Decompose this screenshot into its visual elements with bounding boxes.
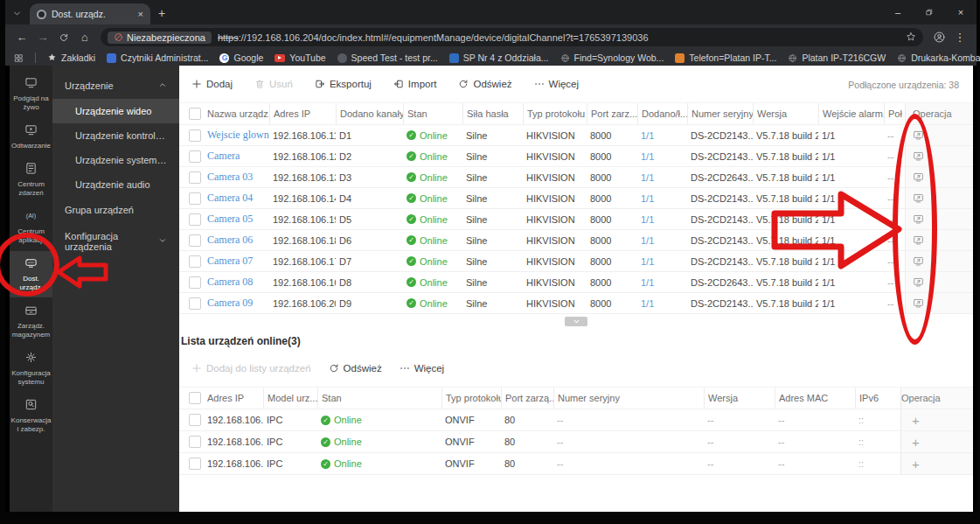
security-badge[interactable]: Niezabezpieczona: [108, 31, 212, 44]
bookmark-item[interactable]: Drukarka-Kombajn: [897, 52, 980, 63]
device-name-link[interactable]: Camera 04: [207, 192, 253, 205]
device-name-link[interactable]: Camera 07: [207, 255, 253, 268]
remote-config-icon[interactable]: [913, 150, 924, 162]
bookmark-item[interactable]: Zakładki: [47, 52, 95, 64]
browser-menu-kebab-icon[interactable]: ⋮: [949, 27, 970, 48]
row-checkbox[interactable]: [189, 255, 201, 268]
bookmark-items: ZakładkiCzytniki Administrat...GGoogleYo…: [47, 52, 980, 64]
dodaj-button[interactable]: Dodaj: [191, 79, 233, 89]
remote-config-icon[interactable]: [913, 129, 924, 141]
row-checkbox[interactable]: [189, 192, 201, 205]
add-device-button[interactable]: +: [901, 457, 920, 472]
sidebar-item-storage[interactable]: Zarządz. magazynem: [10, 298, 52, 345]
added-channels-link[interactable]: 1/1: [641, 151, 654, 162]
row-checkbox[interactable]: [189, 414, 201, 426]
cell-value: 192.168.106.12: [273, 151, 336, 162]
sidebar-item-label: Centrum aplikacji: [10, 227, 52, 245]
bookmark-item[interactable]: Telefon=Platan IP-T...: [675, 52, 776, 63]
remote-config-icon[interactable]: [913, 297, 924, 309]
submenu-item[interactable]: Urządzenie wideo: [52, 99, 179, 123]
sidebar-item-system-config[interactable]: Konfiguracja systemu: [10, 346, 52, 392]
row-checkbox[interactable]: [189, 234, 201, 247]
device-name-link[interactable]: Camera 09: [207, 297, 253, 310]
remote-config-icon[interactable]: [913, 255, 924, 267]
bookmark-item[interactable]: Platan IP-T216CGW: [788, 52, 886, 63]
bookmark-star-icon[interactable]: [900, 31, 916, 44]
device-name-link[interactable]: Camera 06: [207, 234, 253, 247]
added-channels-link[interactable]: 1/1: [641, 298, 654, 309]
submenu-item-flat[interactable]: Grupa urządzeń: [52, 197, 179, 223]
add-device-button[interactable]: +: [901, 435, 920, 450]
submenu-group-device[interactable]: Urządzenie: [52, 73, 179, 99]
remote-config-icon[interactable]: [913, 276, 924, 288]
row-checkbox[interactable]: [189, 436, 201, 448]
row-checkbox[interactable]: [189, 150, 201, 163]
row-checkbox[interactable]: [189, 171, 201, 184]
minimize-button[interactable]: –: [882, 0, 914, 24]
bookmark-item[interactable]: GGoogle: [219, 52, 263, 63]
sidebar-item-playback[interactable]: Odtwarzanie: [10, 118, 52, 156]
url-bar[interactable]: Niezabezpieczona https://192.168.106.204…: [101, 28, 923, 46]
header-label: Port zarz...: [591, 108, 637, 119]
bookmark-item[interactable]: Find=Synology Wob...: [560, 52, 664, 63]
restore-button[interactable]: [914, 0, 945, 24]
device-name-link[interactable]: Camera 08: [207, 276, 253, 289]
remote-config-icon[interactable]: [913, 192, 924, 204]
remote-config-icon[interactable]: [913, 171, 924, 183]
sidebar-item-maintenance[interactable]: Konserwacja i zabezp.: [10, 393, 52, 439]
select-all-checkbox[interactable]: [189, 108, 201, 120]
bookmarks-grid-icon[interactable]: [14, 53, 24, 63]
sidebar-item-live-view[interactable]: Podgląd na żywo: [10, 71, 52, 117]
sidebar-item-event-center[interactable]: Centrum zdarzeń: [10, 157, 52, 203]
bookmark-item[interactable]: SP Nr 4 z Oddziała...: [449, 52, 549, 63]
tab-close-icon[interactable]: ×: [138, 9, 143, 19]
tab-search-chevron-icon[interactable]: [5, 2, 28, 24]
bookmark-item[interactable]: Speed Test - test pr...: [337, 52, 438, 63]
import-button[interactable]: Import: [393, 79, 437, 89]
added-channels-link[interactable]: 1/1: [641, 256, 654, 267]
submenu-item[interactable]: Urządzenie audio: [52, 172, 179, 197]
device-name-link[interactable]: Camera 05: [207, 213, 253, 226]
reload-button[interactable]: [53, 27, 74, 48]
added-channels-link[interactable]: 1/1: [641, 277, 654, 288]
added-channels-link[interactable]: 1/1: [641, 214, 654, 225]
new-tab-button[interactable]: +: [150, 6, 173, 20]
select-all-checkbox[interactable]: [189, 392, 201, 404]
submenu-group-device-config[interactable]: Konfiguracja urządzenia: [52, 223, 179, 260]
sidebar-item-device-access[interactable]: Dost. urządz.: [10, 251, 52, 297]
close-button[interactable]: ×: [945, 0, 977, 24]
remote-config-icon[interactable]: [913, 234, 924, 246]
remote-config-icon[interactable]: [913, 213, 924, 225]
collapse-table-button[interactable]: [565, 317, 587, 326]
submenu-item[interactable]: Urządzenie kontroli d...: [52, 123, 179, 148]
submenu-item[interactable]: Urządzenie systemu ...: [52, 148, 179, 172]
cell-link: --: [884, 251, 905, 271]
row-checkbox[interactable]: [189, 213, 201, 226]
row-checkbox[interactable]: [189, 458, 201, 470]
device-name-link[interactable]: Camera 03: [207, 171, 253, 184]
add-device-button[interactable]: +: [901, 413, 920, 428]
added-channels-link[interactable]: 1/1: [641, 130, 654, 141]
wi-cej-button[interactable]: Więcej: [400, 363, 445, 374]
cell-value: V5.7.18 build 2...: [756, 193, 818, 204]
added-channels-link[interactable]: 1/1: [641, 193, 654, 204]
forward-button[interactable]: →: [32, 27, 53, 48]
wi-cej-button[interactable]: Więcej: [534, 79, 580, 89]
sidebar-item-app-center[interactable]: (AI)Centrum aplikacji: [10, 204, 52, 250]
row-checkbox[interactable]: [189, 129, 201, 142]
back-button[interactable]: ←: [11, 27, 32, 48]
added-channels-link[interactable]: 1/1: [641, 235, 654, 246]
profile-avatar-icon[interactable]: [928, 27, 949, 48]
row-checkbox[interactable]: [189, 276, 201, 289]
eksportuj-button[interactable]: Eksportuj: [315, 79, 372, 89]
home-button[interactable]: ⌂: [74, 27, 95, 48]
od-wie--button[interactable]: Odśwież: [458, 79, 511, 89]
added-channels-link[interactable]: 1/1: [641, 172, 654, 183]
device-name-link[interactable]: Camera: [207, 150, 240, 163]
row-checkbox[interactable]: [189, 297, 201, 310]
device-name-link[interactable]: Wejscie glowne: [207, 129, 269, 142]
bookmark-item[interactable]: YouTube: [275, 52, 325, 63]
bookmark-item[interactable]: Czytniki Administrat...: [107, 52, 208, 63]
od-wie--button[interactable]: Odśwież: [329, 363, 382, 374]
browser-tab[interactable]: Dost. urządz. ×: [30, 3, 150, 24]
